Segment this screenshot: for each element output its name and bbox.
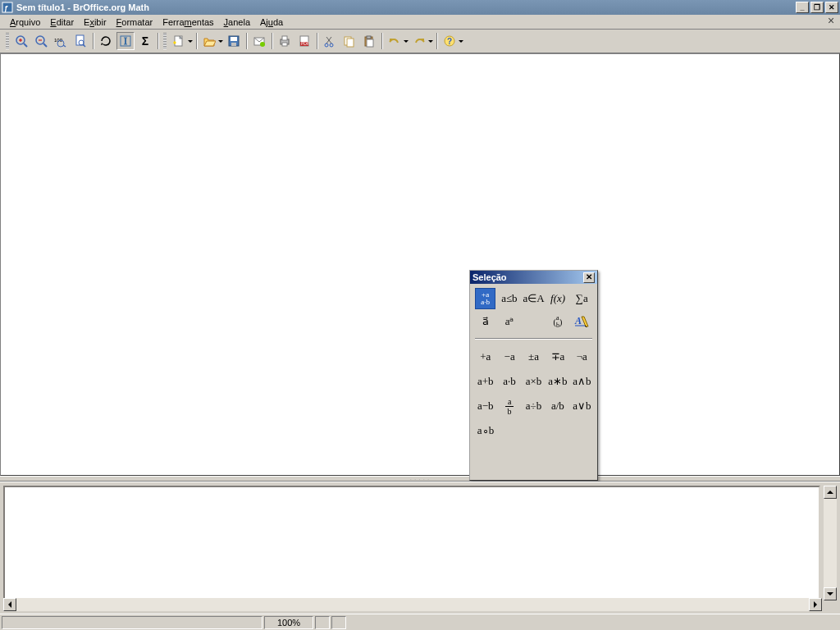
op-a-times-b[interactable]: a×b [523,371,544,392]
refresh-button[interactable] [97,32,115,50]
toolbar-handle-2[interactable] [163,33,167,49]
palette-titlebar[interactable]: Seleção ✕ [470,271,597,284]
palette-separator [475,338,592,340]
op-a-circ-b[interactable]: a∘b [475,420,496,441]
palette-title-text: Seleção [472,272,583,282]
op-a-over-b[interactable]: ab [499,395,519,417]
open-dropdown[interactable] [217,32,224,50]
op-neg-a[interactable]: ¬a [572,346,592,368]
menu-view[interactable]: Exibir [79,16,112,28]
svg-text:PDF: PDF [301,41,309,46]
restore-button[interactable]: ❐ [810,2,824,13]
svg-text:?: ? [447,37,452,46]
cat-unary-binary[interactable]: +aa·b [475,288,495,309]
op-minusplus-a[interactable]: ∓a [547,346,568,368]
menu-window[interactable]: Janela [219,16,255,28]
save-button[interactable] [225,32,243,50]
toolbar-handle[interactable] [6,33,9,49]
scroll-up-button[interactable] [824,486,837,499]
print-button[interactable] [276,32,294,50]
open-button[interactable] [200,32,218,50]
export-pdf-button[interactable]: PDF [295,32,313,50]
op-minus-a[interactable]: −a [499,346,519,368]
close-button[interactable]: ✕ [825,2,838,13]
undo-button[interactable] [386,32,404,50]
svg-rect-26 [282,36,287,40]
cat-operators[interactable]: ∑a [572,288,592,309]
mail-button[interactable] [250,32,268,50]
zoom-out-button[interactable] [32,32,50,50]
formula-cursor-button[interactable] [116,32,135,50]
op-a-star-b[interactable]: a∗b [547,371,568,392]
menu-format[interactable]: Formatar [112,16,158,28]
title-bar: ƒ Sem título1 - BrOffice.org Math _ ❐ ✕ [0,0,840,15]
help-button[interactable]: ? [441,32,459,50]
zoom-page-button[interactable] [71,32,89,50]
window-title: Sem título1 - BrOffice.org Math [16,2,796,12]
palette-close-button[interactable]: ✕ [583,272,595,283]
status-indicator-1 [315,616,330,629]
svg-line-3 [24,43,27,47]
scroll-right-button[interactable] [809,598,822,611]
cat-set-ops[interactable]: a∈A [523,288,545,309]
cat-formats[interactable]: A [572,311,592,332]
op-plusminus-a[interactable]: ±a [523,346,544,368]
op-a-div-b[interactable]: a÷b [523,395,544,417]
cat-attributes-vec[interactable]: a⃗ [475,311,495,332]
menu-edit[interactable]: Editar [45,16,79,28]
scroll-down-button[interactable] [824,587,837,600]
zoom-100-button[interactable]: 100 [52,32,70,50]
minimize-button[interactable]: _ [796,2,809,13]
svg-point-34 [330,43,333,47]
symbols-button[interactable]: Σ [136,32,154,50]
menu-tools[interactable]: Ferramentas [158,16,218,28]
svg-text:A: A [574,315,582,326]
redo-button[interactable] [410,32,428,50]
cat-attributes-bar[interactable]: aᵃ [499,311,519,332]
zoom-in-button[interactable] [12,32,30,50]
svg-text:ƒ: ƒ [4,4,8,12]
selection-palette: Seleção ✕ +aa·b a≤b a∈A f(x) ∑a a⃗ aᵃ (a… [469,270,598,481]
svg-rect-22 [231,43,236,46]
cat-relations[interactable]: a≤b [499,288,519,309]
svg-rect-21 [231,37,237,41]
svg-point-24 [260,42,265,47]
svg-point-33 [325,43,328,47]
op-a-minus-b[interactable]: a−b [475,395,495,417]
op-a-and-b[interactable]: a∧b [572,371,592,392]
new-button[interactable] [170,32,188,50]
command-input[interactable] [3,486,820,600]
menu-bar: Arquivo Editar Exibir Formatar Ferrament… [0,15,840,30]
cat-empty [523,311,544,332]
command-panel [0,482,840,616]
op-a-or-b[interactable]: a∨b [572,395,592,417]
svg-rect-39 [367,36,371,39]
copy-button[interactable] [340,32,358,50]
op-plus-a[interactable]: +a [475,346,495,368]
undo-dropdown[interactable] [403,32,409,50]
help-dropdown[interactable] [458,32,464,50]
menu-file[interactable]: Arquivo [5,16,45,28]
scroll-left-button[interactable] [3,598,16,611]
redo-dropdown[interactable] [427,32,434,50]
op-a-dot-b[interactable]: a·b [499,371,519,392]
op-a-plus-b[interactable]: a+b [475,371,495,392]
paste-button[interactable] [360,32,378,50]
document-close-icon[interactable]: × [825,16,837,27]
cut-button[interactable] [321,32,339,50]
svg-line-11 [63,45,66,47]
splitter-handle[interactable]: · · · · · [0,476,840,482]
menu-help[interactable]: Ajuda [255,16,288,28]
vertical-scrollbar[interactable] [824,486,837,600]
svg-rect-38 [367,39,373,47]
cat-brackets[interactable]: (ab) [547,311,568,332]
toolbar: 100 Σ PDF ? [0,30,840,53]
formula-view[interactable]: Seleção ✕ +aa·b a≤b a∈A f(x) ∑a a⃗ aᵃ (a… [0,53,840,476]
cat-functions[interactable]: f(x) [548,288,568,309]
status-bar: 100% [0,614,840,630]
new-dropdown[interactable] [187,32,194,50]
op-a-slash-b[interactable]: a/b [547,395,568,417]
horizontal-scrollbar[interactable] [3,598,822,611]
status-message [2,616,262,629]
status-zoom[interactable]: 100% [264,616,313,629]
